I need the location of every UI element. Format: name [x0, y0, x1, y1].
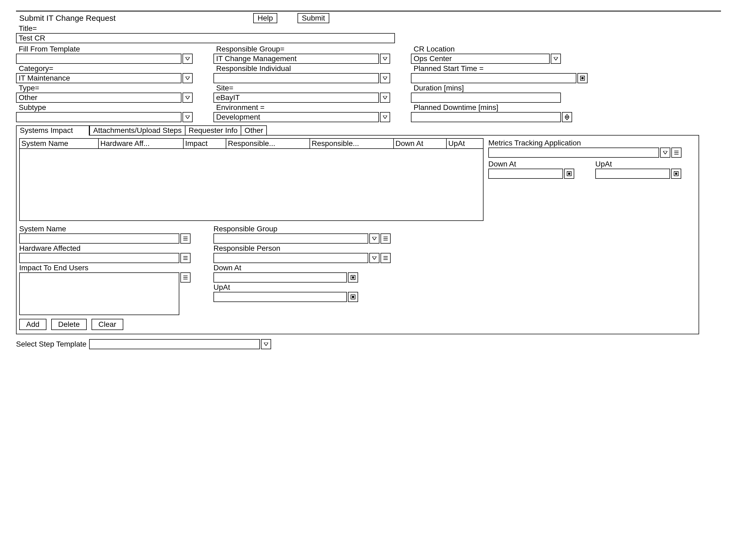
th-down-at[interactable]: Down At — [394, 139, 447, 149]
cr-location-dropdown-icon[interactable] — [551, 54, 561, 64]
metrics-up-at-label: UpAt — [595, 160, 696, 168]
fill-from-template-dropdown-icon[interactable] — [183, 54, 193, 64]
title-input[interactable] — [16, 33, 395, 43]
detail-responsible-person-input[interactable] — [213, 253, 368, 263]
responsible-group-dropdown-icon[interactable] — [380, 54, 390, 64]
detail-up-at-input[interactable] — [213, 292, 347, 302]
planned-downtime-input[interactable] — [411, 112, 561, 122]
clear-button[interactable]: Clear — [92, 319, 123, 330]
planned-start-time-input[interactable] — [411, 73, 576, 83]
page-title: Submit IT Change Request — [16, 14, 116, 23]
subtype-input[interactable] — [16, 112, 181, 122]
subtype-dropdown-icon[interactable] — [183, 112, 193, 122]
metrics-down-at-input[interactable] — [488, 169, 563, 179]
th-responsible-person[interactable]: Responsible... — [310, 139, 394, 149]
cr-location-label: CR Location — [411, 45, 598, 53]
svg-rect-20 — [675, 173, 677, 175]
help-button[interactable]: Help — [253, 13, 277, 23]
title-label: Title= — [16, 24, 721, 33]
planned-downtime-spinner-icon[interactable] — [562, 112, 572, 122]
metrics-tracking-list-icon[interactable] — [671, 148, 681, 158]
detail-down-at-input[interactable] — [213, 272, 347, 283]
tab-systems-impact[interactable]: Systems Impact — [16, 125, 89, 136]
detail-down-at-label: Down At — [213, 264, 406, 272]
metrics-down-at-calendar-icon[interactable] — [564, 169, 574, 179]
svg-rect-10 — [581, 77, 584, 79]
metrics-tracking-input[interactable] — [488, 148, 659, 158]
environment-label: Environment = — [213, 103, 400, 112]
submit-button[interactable]: Submit — [298, 13, 329, 23]
hardware-affected-list-icon[interactable] — [180, 253, 191, 263]
svg-marker-34 — [372, 256, 377, 260]
detail-responsible-person-list-icon[interactable] — [381, 253, 391, 263]
th-responsible-group[interactable]: Responsible... — [226, 139, 310, 149]
tab-other[interactable]: Other — [241, 125, 267, 136]
svg-marker-30 — [372, 237, 377, 240]
system-name-input[interactable] — [19, 233, 179, 244]
cr-location-input[interactable] — [411, 54, 550, 64]
detail-responsible-group-list-icon[interactable] — [381, 233, 391, 244]
svg-marker-1 — [185, 77, 190, 80]
detail-responsible-person-dropdown-icon[interactable] — [369, 253, 379, 263]
system-name-list-icon[interactable] — [180, 233, 191, 244]
th-up-at[interactable]: UpAt — [447, 139, 483, 149]
detail-down-at-calendar-icon[interactable] — [348, 272, 358, 283]
type-label: Type= — [16, 84, 203, 92]
svg-marker-7 — [383, 116, 387, 119]
svg-marker-12 — [565, 118, 569, 120]
site-input[interactable] — [213, 93, 379, 103]
environment-dropdown-icon[interactable] — [380, 112, 390, 122]
metrics-down-at-label: Down At — [488, 160, 589, 168]
impact-textarea[interactable] — [19, 272, 179, 315]
type-input[interactable] — [16, 93, 181, 103]
hardware-affected-input[interactable] — [19, 253, 179, 263]
tab-attachments-upload-steps[interactable]: Attachments/Upload Steps — [89, 125, 185, 136]
planned-start-time-calendar-icon[interactable] — [577, 73, 588, 83]
fill-from-template-input[interactable] — [16, 54, 181, 64]
svg-rect-41 — [352, 296, 354, 298]
systems-impact-panel: System Name Hardware Aff... Impact Respo… — [16, 135, 699, 334]
detail-up-at-label: UpAt — [213, 283, 406, 292]
detail-responsible-group-input[interactable] — [213, 233, 368, 244]
impact-list-icon[interactable] — [180, 272, 191, 283]
delete-button[interactable]: Delete — [51, 319, 87, 330]
responsible-individual-dropdown-icon[interactable] — [380, 73, 390, 83]
detail-responsible-group-dropdown-icon[interactable] — [369, 233, 379, 244]
select-step-template-input[interactable] — [89, 339, 260, 349]
svg-marker-2 — [185, 96, 190, 99]
detail-up-at-calendar-icon[interactable] — [348, 292, 358, 302]
responsible-group-input[interactable] — [213, 54, 379, 64]
system-name-label: System Name — [19, 225, 206, 233]
category-label: Category= — [16, 64, 203, 73]
responsible-individual-input[interactable] — [213, 73, 379, 83]
metrics-tracking-dropdown-icon[interactable] — [660, 148, 670, 158]
metrics-up-at-calendar-icon[interactable] — [671, 169, 681, 179]
environment-input[interactable] — [213, 112, 379, 122]
responsible-group-label: Responsible Group= — [213, 45, 400, 53]
metrics-up-at-input[interactable] — [595, 169, 670, 179]
systems-impact-table[interactable]: System Name Hardware Aff... Impact Respo… — [19, 138, 484, 221]
duration-label: Duration [mins] — [411, 84, 598, 92]
site-dropdown-icon[interactable] — [380, 93, 390, 103]
duration-input[interactable] — [411, 93, 561, 103]
tab-requester-info[interactable]: Requester Info — [185, 125, 241, 136]
svg-rect-18 — [568, 173, 570, 175]
type-dropdown-icon[interactable] — [183, 93, 193, 103]
svg-marker-8 — [554, 57, 558, 60]
add-button[interactable]: Add — [19, 319, 46, 330]
svg-marker-4 — [383, 57, 387, 60]
svg-marker-0 — [185, 57, 190, 60]
category-input[interactable] — [16, 73, 181, 83]
th-system-name[interactable]: System Name — [20, 139, 99, 149]
th-impact[interactable]: Impact — [184, 139, 226, 149]
category-dropdown-icon[interactable] — [183, 73, 193, 83]
svg-marker-42 — [264, 343, 268, 346]
subtype-label: Subtype — [16, 103, 203, 112]
hardware-affected-label: Hardware Affected — [19, 244, 206, 253]
svg-rect-39 — [352, 276, 354, 279]
select-step-template-label: Select Step Template — [16, 340, 86, 348]
select-step-template-dropdown-icon[interactable] — [261, 339, 271, 349]
th-hardware-affected[interactable]: Hardware Aff... — [99, 139, 184, 149]
svg-marker-6 — [383, 96, 387, 99]
responsible-individual-label: Responsible Individual — [213, 64, 400, 73]
